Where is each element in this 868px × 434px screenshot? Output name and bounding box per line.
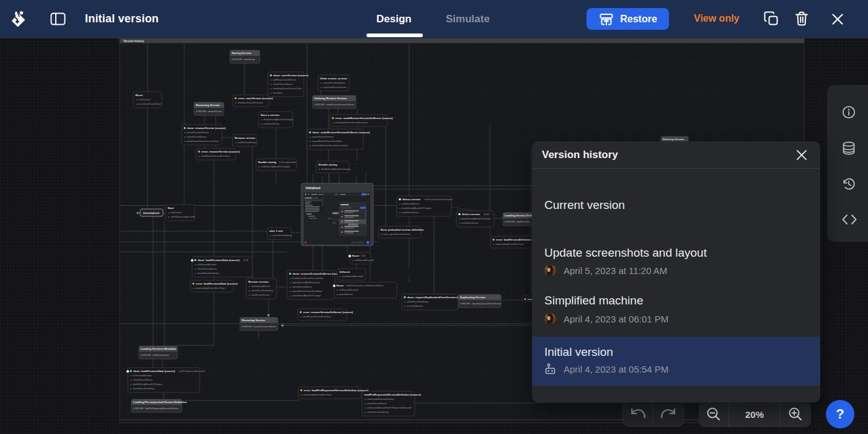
svg-text:done: loadVersionsData (source: done: loadVersionsData (source) <box>198 259 240 262</box>
svg-text:▸ refreshForceRenderKey: ▸ refreshForceRenderKey <box>131 388 155 390</box>
svg-text:Duplicating Version: Duplicating Version <box>460 296 485 299</box>
svg-text:▸ disableSavingBasedOnChanges: ▸ disableSavingBasedOnChanges <box>400 207 432 210</box>
svg-text:Store preloaded version defini: Store preloaded version definition <box>381 228 424 231</box>
svg-text:▸ disableSavingBasedOnChanges: ▸ disableSavingBasedOnChanges <box>319 168 351 170</box>
svg-text:Save a version: Save a version <box>261 113 280 117</box>
svg-text:Hover: Hover <box>352 254 360 257</box>
svg-text:▸ refreshVersionNames: ▸ refreshVersionNames <box>365 402 388 405</box>
svg-text:▸ preloadVersion: ▸ preloadVersion <box>337 293 353 296</box>
svg-text:▸ showSaveVersionErrorToast: ▸ showSaveVersionErrorToast <box>236 102 264 104</box>
svg-text:▸ showUndoRestoreVersionErrorT: ▸ showUndoRestoreVersionErrorToast <box>333 122 368 124</box>
svg-text:▸ clearSelectedVersion: ▸ clearSelectedVersion <box>249 285 271 288</box>
svg-text:Undo restore version: Undo restore version <box>321 77 348 80</box>
svg-text:▸ showLoadingVersionErrorToast: ▸ showLoadingVersionErrorToast <box>301 394 332 396</box>
svg-text:▸ refreshForceRenderKey: ▸ refreshForceRenderKey <box>249 290 273 292</box>
svg-text:▸ refreshVersionNames: ▸ refreshVersionNames <box>270 234 293 237</box>
svg-text:▸ requestRefetchProjectFromEdi: ▸ requestRefetchProjectFromEditor <box>290 290 323 293</box>
svg-text:⧉ INVOKE : loadPreRequestedVer: ⧉ INVOKE : loadPreRequestedVersionDefini… <box>133 407 179 410</box>
svg-text:▸ refreshForceRenderKey: ▸ refreshForceRenderKey <box>195 272 219 275</box>
svg-text:Undoing Restore Version: Undoing Restore Version <box>314 97 347 100</box>
svg-text:▸ loadContext: ▸ loadContext <box>169 211 182 214</box>
svg-text:▸ showRenameVersionSuccessToas: ▸ showRenameVersionSuccessToast <box>185 140 219 143</box>
svg-text:⧉ INVOKE : restoreVersionOnSer: ⧉ INVOKE : restoreVersionOnServer <box>242 326 277 328</box>
svg-text:▸ trackRenameVersion: ▸ trackRenameVersion <box>236 141 257 144</box>
svg-text:▸ refreshVersionNames: ▸ refreshVersionNames <box>131 379 153 381</box>
svg-text:done: loadVersionsData (source: done: loadVersionsData (source) <box>133 370 175 373</box>
svg-text:Hover: Hover <box>337 284 345 287</box>
svg-text:Rename version: Rename version <box>235 136 256 140</box>
svg-text:Version history: Version history <box>123 40 144 43</box>
svg-text:▸ setPreRequestedVersionId: ▸ setPreRequestedVersionId <box>169 216 195 218</box>
svg-text:▸ enableSavingBasedOnChanges: ▸ enableSavingBasedOnChanges <box>290 294 322 297</box>
svg-text:▸ showLoadingVersionErrorToast: ▸ showLoadingVersionErrorToast <box>494 243 524 246</box>
svg-text:Select version: Select version <box>462 213 480 216</box>
svg-text:▸ disableSavingBasedOnChanges: ▸ disableSavingBasedOnChanges <box>459 218 491 220</box>
svg-text:ELSE: ELSE <box>484 213 489 216</box>
svg-text:Loading Versions Metadata: Loading Versions Metadata <box>141 347 176 350</box>
svg-text:▸ showRestoreVersionSuccessToa: ▸ showRestoreVersionSuccessToast <box>290 277 324 280</box>
svg-text:▸ setSelectedVersion: ▸ setSelectedVersion <box>400 203 420 205</box>
svg-text:▸ trackRestoreVersion: ▸ trackRestoreVersion <box>249 294 270 296</box>
svg-text:Deleting Version: Deleting Version <box>663 138 684 141</box>
svg-text:▸ addNewlyCreatedVersion: ▸ addNewlyCreatedVersion <box>271 79 296 81</box>
svg-text:Disable saving: Disable saving <box>319 163 337 166</box>
svg-text:Initialized: Initialized <box>306 186 321 190</box>
svg-text:⧉ INVOKE : requestDuplicationF: ⧉ INVOKE : requestDuplicationFromVersion <box>460 303 501 305</box>
svg-text:▸ trackSelectVersion: ▸ trackSelectVersion <box>459 222 479 224</box>
svg-text:▸ refreshRenamedVersion: ▸ refreshRenamedVersion <box>185 131 209 134</box>
svg-text:Loading Version Definiti: Loading Version Definiti <box>505 214 536 217</box>
svg-text:▸ forceCloseVersionsPanel: ▸ forceCloseVersionsPanel <box>136 103 162 105</box>
svg-text:▸ showUndoRestoreVersionSucces: ▸ showUndoRestoreVersionSuccessToast <box>310 144 348 147</box>
svg-text:▸ renameVersionFromList: ▸ renameVersionFromList <box>310 136 334 138</box>
svg-text:Select version: Select version <box>402 198 421 201</box>
svg-text:done: renameVersion (source): done: renameVersion (source) <box>187 126 226 130</box>
svg-text:▸ trackUndoRestoreVersion: ▸ trackUndoRestoreVersion <box>321 86 347 89</box>
svg-text:error: loadVersionsData (sourc: error: loadVersionsData (source) <box>196 282 237 285</box>
svg-text:▸ requestRefetchProjectFromEdi: ▸ requestRefetchProjectFromEditor <box>310 140 343 143</box>
svg-text:▸ resetThisMachine: ▸ resetThisMachine <box>405 305 423 308</box>
svg-text:0:30: 0:30 <box>361 255 366 257</box>
svg-text:error: saveVersion (source): error: saveVersion (source) <box>238 97 273 100</box>
svg-text:Reset: Reset <box>136 94 143 97</box>
svg-text:▸ setVersionsMetadata: ▸ setVersionsMetadata <box>195 264 217 266</box>
svg-text:▸ setHoveredVersionId: ▸ setHoveredVersionId <box>353 259 374 262</box>
svg-text:▸ refreshVersionNames: ▸ refreshVersionNames <box>195 268 218 270</box>
svg-text:▸ trackSelectVersion: ▸ trackSelectVersion <box>400 211 419 214</box>
svg-text:⧉ INVOKE : saveVersion: ⧉ INVOKE : saveVersion <box>232 58 255 61</box>
svg-text:error: loadPreRequestedVersion: error: loadPreRequestedVersionDefinition… <box>304 389 368 392</box>
svg-text:▸ refreshForceRenderKey: ▸ refreshForceRenderKey <box>405 301 429 303</box>
svg-text:loadPreRequestedVersionDefinit: loadPreRequestedVersionDefinition (sourc… <box>365 393 422 396</box>
svg-text:▸ showSaveVersionSuccessToast: ▸ showSaveVersionSuccessToast <box>271 87 302 90</box>
svg-text:error: undoRestoreVersionOnSer: error: undoRestoreVersionOnServer (sourc… <box>335 117 393 120</box>
svg-text:▸ refreshVersionNames: ▸ refreshVersionNames <box>290 286 312 288</box>
svg-text:▸ showLoadedVersionDefinition: ▸ showLoadedVersionDefinition <box>365 398 394 401</box>
svg-text:▸ refreshVersionNames: ▸ refreshVersionNames <box>185 136 207 138</box>
svg-text:if isSavingDisabled: if isSavingDisabled <box>279 161 296 164</box>
svg-text:done: undoRestoreVersionOnServ: done: undoRestoreVersionOnServer (source… <box>312 131 370 134</box>
svg-text:▸ showRestoreVersionErrorToast: ▸ showRestoreVersionErrorToast <box>301 316 331 318</box>
svg-text:Renaming Version: Renaming Version <box>196 104 220 107</box>
svg-text:▸ updateVersionAfterRestoratio: ▸ updateVersionAfterRestoration <box>290 281 321 284</box>
svg-text:▸ showLoadingVersionsErrorToas: ▸ showLoadingVersionsErrorToast <box>193 287 225 290</box>
svg-text:▸ setHoveredVersionId: ▸ setHoveredVersionId <box>337 289 358 291</box>
svg-text:Loading Pre-requested Version: Loading Pre-requested Version Definition <box>133 401 187 404</box>
svg-text:▸ resetContext: ▸ resetContext <box>136 99 150 101</box>
svg-text:Saving Version: Saving Version <box>232 51 252 55</box>
svg-text:Start: Start <box>168 206 174 210</box>
svg-text:▸ trackSaveVersion: ▸ trackSaveVersion <box>262 123 280 125</box>
svg-text:after 1 min: after 1 min <box>270 229 283 232</box>
svg-text:Enable saving: Enable saving <box>259 161 277 164</box>
svg-text:▸ focusInput: ▸ focusInput <box>271 92 283 94</box>
svg-text:error: restoreVersionOnServer: error: restoreVersionOnServer (source) <box>303 311 353 314</box>
svg-text:loadPreRequestedVersionId: loadPreRequestedVersionId <box>179 370 204 373</box>
svg-text:▸ enableSavingBasedOnChanges: ▸ enableSavingBasedOnChanges <box>259 166 291 168</box>
svg-text:▸ disableSavingBasedOnChanges: ▸ disableSavingBasedOnChanges <box>131 383 162 386</box>
svg-text:done: restoreVersionOnServer (: done: restoreVersionOnServer (source) <box>293 272 343 275</box>
svg-text:⧉ INVOKE : undoRestoreVersionO: ⧉ INVOKE : undoRestoreVersionOnServer <box>314 104 355 106</box>
svg-text:▸ refreshForceRenderKey: ▸ refreshForceRenderKey <box>321 82 345 84</box>
svg-text:loadFilePreloadVersionDefiniti: loadFilePreloadVersionDefinitionOnHover <box>346 285 384 287</box>
svg-text:▸ showRenameVersionErrorToast: ▸ showRenameVersionErrorToast <box>199 155 230 157</box>
svg-text:⧉ INVOKE : renameVersion: ⧉ INVOKE : renameVersion <box>196 110 222 113</box>
svg-text:Restore version: Restore version <box>249 280 269 283</box>
svg-text:▸ refreshForceRenderKey: ▸ refreshForceRenderKey <box>365 411 389 414</box>
